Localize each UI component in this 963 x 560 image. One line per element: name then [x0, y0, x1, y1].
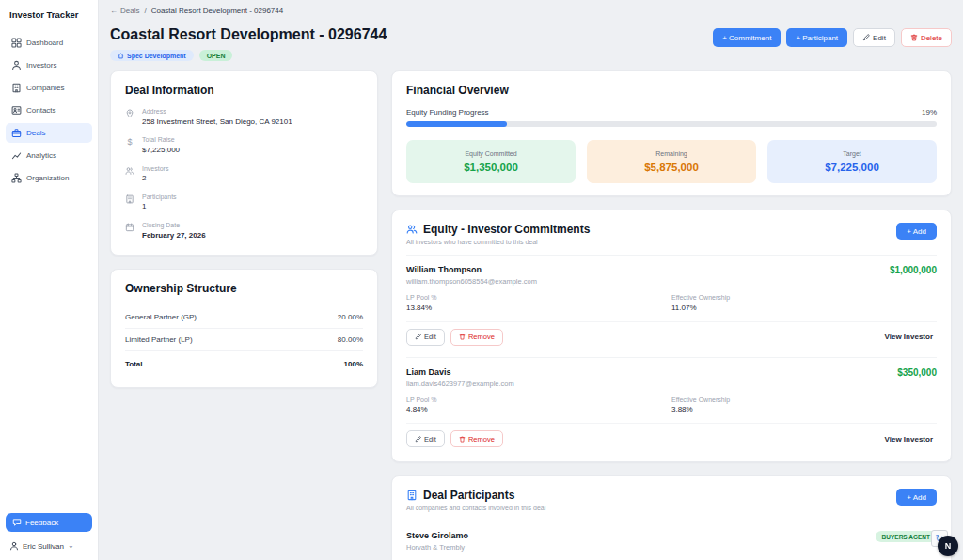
info-field-participants: Participants 1	[125, 194, 363, 212]
content-columns: Deal Information Address 258 Investment …	[110, 70, 952, 560]
commitment-row: Liam Davis liam.davis4623977@example.com…	[406, 357, 937, 450]
sidebar-item-label: Organization	[26, 174, 69, 182]
left-column: Deal Information Address 258 Investment …	[110, 70, 378, 560]
view-investor-link[interactable]: View Investor	[881, 433, 937, 445]
info-field-address: Address 258 Investment Street, San Diego…	[125, 108, 363, 127]
ownership-structure-card: Ownership Structure General Partner (GP)…	[110, 269, 378, 388]
info-label: Total Raise	[142, 136, 180, 143]
page-header: Coastal Resort Development - 0296744 Spe…	[110, 26, 952, 61]
section-subtitle: All investors who have committed to this…	[406, 239, 590, 245]
investor-email: liam.davis4623977@example.com	[406, 380, 514, 388]
chevron-down-icon: ⌄	[68, 542, 74, 550]
sidebar-item-investors[interactable]: Investors	[6, 55, 92, 75]
breadcrumb-back-link[interactable]: ← Deals	[110, 7, 139, 15]
dollar-icon: $	[125, 137, 134, 147]
sidebar-item-analytics[interactable]: Analytics	[6, 146, 92, 165]
ownership-row-gp: General Partner (GP) 20.00%	[125, 306, 363, 329]
edit-commitment-button[interactable]: Edit	[406, 430, 445, 447]
delete-button[interactable]: Delete	[901, 28, 952, 47]
user-icon	[9, 541, 19, 551]
effective-ownership-value: 11.07%	[671, 303, 937, 312]
lp-pool-label: LP Pool %	[406, 397, 671, 403]
building-icon	[406, 490, 418, 501]
add-participant-button[interactable]: + Participant	[786, 28, 847, 47]
card-title: Financial Overview	[406, 84, 937, 97]
app-root: Investor Tracker Dashboard Investors Com…	[0, 0, 963, 560]
remove-commitment-button[interactable]: Remove	[450, 430, 503, 447]
edit-button[interactable]: Edit	[853, 28, 895, 47]
progress-bar	[406, 121, 937, 127]
participants-card: Deal Participants All companies and cont…	[391, 475, 952, 560]
pencil-icon	[415, 436, 421, 443]
commitment-row: William Thompson william.thompson6058554…	[406, 255, 937, 348]
card-title: Ownership Structure	[125, 282, 363, 295]
info-field-total-raise: $ Total Raise $7,225,000	[125, 136, 363, 155]
progress-row: Equity Funding Progress 19%	[406, 108, 937, 117]
add-participant-row-button[interactable]: + Add	[896, 489, 937, 506]
financial-overview-card: Financial Overview Equity Funding Progre…	[391, 70, 952, 196]
sidebar-item-organization[interactable]: Organization	[6, 168, 92, 188]
add-commitment-row-button[interactable]: + Add	[896, 223, 937, 240]
info-label: Participants	[142, 194, 177, 200]
sidebar-item-label: Contacts	[26, 106, 56, 115]
participant-company: Horvath & Trembly	[406, 543, 468, 552]
lp-pool-value: 4.84%	[406, 405, 671, 413]
contact-card-icon	[11, 105, 22, 116]
main-content: ← Deals / Coastal Resort Development - 0…	[99, 0, 963, 560]
info-label: Address	[142, 108, 292, 115]
progress-bar-fill	[406, 121, 507, 127]
view-investor-link[interactable]: View Investor	[881, 331, 937, 343]
org-tree-icon	[11, 173, 22, 183]
section-title: Deal Participants	[406, 489, 545, 502]
info-value: $7,225,000	[142, 146, 180, 156]
sidebar-item-contacts[interactable]: Contacts	[6, 101, 92, 120]
card-title: Deal Information	[125, 84, 363, 97]
commitments-header: Equity - Investor Commitments All invest…	[406, 223, 937, 245]
header-actions: + Commitment + Participant Edit Delete	[713, 26, 952, 47]
commitment-amount: $1,000,000	[890, 265, 937, 275]
info-field-closing-date: Closing Date February 27, 2026	[125, 222, 363, 241]
sidebar-item-companies[interactable]: Companies	[6, 78, 92, 98]
participants-header: Deal Participants All companies and cont…	[406, 489, 937, 511]
badges: Spec Development OPEN	[110, 50, 387, 61]
commitment-amount: $350,000	[897, 367, 937, 378]
breadcrumb-current: Coastal Resort Development - 0296744	[151, 7, 284, 15]
info-value: 2	[142, 174, 168, 184]
building-icon	[11, 83, 22, 93]
sidebar-item-dashboard[interactable]: Dashboard	[6, 33, 92, 53]
info-field-investors: Investors 2	[125, 165, 363, 184]
sidebar: Investor Tracker Dashboard Investors Com…	[0, 0, 99, 560]
user-menu[interactable]: Eric Sullivan ⌄	[6, 532, 92, 552]
trash-icon	[910, 34, 918, 41]
sidebar-item-label: Analytics	[26, 151, 56, 160]
info-value: 258 Investment Street, San Diego, CA 921…	[142, 117, 292, 128]
section-title: Equity - Investor Commitments	[406, 223, 590, 236]
people-icon	[125, 166, 134, 176]
chat-widget-button[interactable]: N	[938, 536, 958, 556]
info-value: 1	[142, 202, 177, 212]
breadcrumb-separator: /	[144, 7, 146, 15]
people-icon	[406, 224, 418, 235]
investor-email: william.thompson6058554@example.com	[406, 277, 537, 286]
stat-remaining: Remaining $5,875,000	[587, 140, 756, 183]
page-header-left: Coastal Resort Development - 0296744 Spe…	[110, 26, 387, 61]
dashboard-icon	[11, 38, 22, 48]
pencil-icon	[415, 334, 421, 340]
sidebar-item-label: Deals	[26, 129, 45, 137]
add-commitment-button[interactable]: + Commitment	[713, 28, 781, 47]
info-label: Closing Date	[142, 222, 206, 228]
investor-name: William Thompson	[406, 265, 537, 274]
sidebar-item-deals[interactable]: Deals	[6, 123, 92, 143]
remove-commitment-button[interactable]: Remove	[450, 329, 503, 346]
trash-icon	[459, 334, 466, 340]
progress-percentage: 19%	[922, 108, 937, 117]
user-name: Eric Sullivan	[23, 542, 64, 551]
page-title: Coastal Resort Development - 0296744	[110, 26, 387, 43]
section-subtitle: All companies and contacts involved in t…	[406, 505, 545, 511]
app-title: Investor Tracker	[6, 9, 92, 33]
investor-name: Liam Davis	[406, 367, 514, 377]
ownership-total-row: Total 100%	[125, 351, 363, 375]
back-arrow-icon: ←	[110, 7, 118, 15]
edit-commitment-button[interactable]: Edit	[406, 329, 445, 346]
feedback-button[interactable]: Feedback	[6, 513, 92, 532]
